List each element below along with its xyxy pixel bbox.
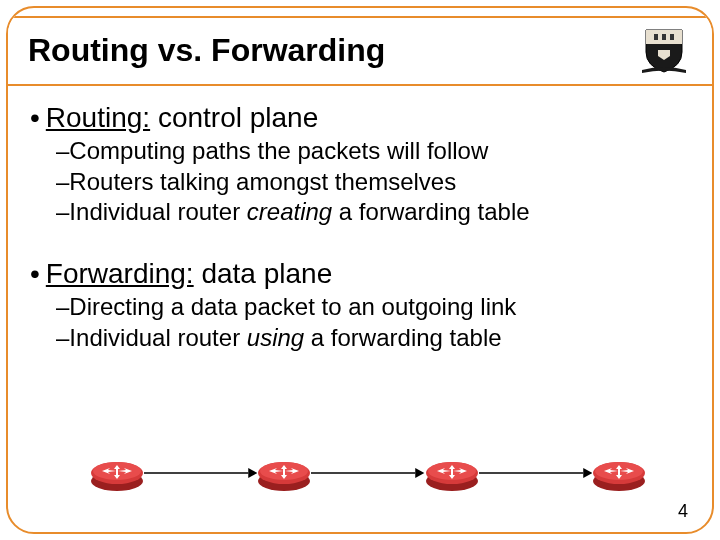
subbullet: –Individual router creating a forwarding… [56, 197, 698, 228]
dash-icon: – [56, 293, 69, 320]
dash-icon: – [56, 324, 69, 351]
router-icon [255, 453, 313, 493]
svg-rect-1 [662, 34, 666, 40]
subbullet: –Routers talking amongst themselves [56, 167, 698, 198]
arrow-right-icon [144, 472, 257, 474]
bullet-forwarding-heading: •Forwarding: data plane [30, 258, 698, 290]
subbullet-text: Directing a data packet to an outgoing l… [69, 293, 516, 320]
subbullet: –Directing a data packet to an outgoing … [56, 292, 698, 323]
slide-frame: Routing vs. Forwarding •Routing: control… [6, 6, 714, 534]
svg-rect-2 [670, 34, 674, 40]
router-icon [88, 453, 146, 493]
subbullet: –Computing paths the packets will follow [56, 136, 698, 167]
dash-icon: – [56, 198, 69, 225]
svg-rect-0 [654, 34, 658, 40]
bullet-dot-icon: • [30, 102, 40, 133]
heading-term: Forwarding: [46, 258, 194, 289]
subbullet-text-em: creating [247, 198, 332, 225]
subbullet-text-pre: Individual router [69, 198, 246, 225]
bullet-routing-heading: •Routing: control plane [30, 102, 698, 134]
subbullet-text-pre: Individual router [69, 324, 246, 351]
router-diagram [88, 446, 648, 500]
subbullet-text: Computing paths the packets will follow [69, 137, 488, 164]
subbullet: –Individual router using a forwarding ta… [56, 323, 698, 354]
router-icon [590, 453, 648, 493]
subbullet-text-post: a forwarding table [332, 198, 529, 225]
subbullet-text: Routers talking amongst themselves [69, 168, 456, 195]
princeton-shield-icon [636, 26, 692, 74]
router-icon [423, 453, 481, 493]
title-band: Routing vs. Forwarding [6, 16, 714, 86]
arrow-right-icon [311, 472, 424, 474]
heading-term: Routing: [46, 102, 150, 133]
heading-rest: control plane [150, 102, 318, 133]
subbullet-text-post: a forwarding table [304, 324, 501, 351]
arrow-right-icon [479, 472, 592, 474]
slide-title: Routing vs. Forwarding [28, 32, 385, 69]
dash-icon: – [56, 168, 69, 195]
bullet-dot-icon: • [30, 258, 40, 289]
subbullet-text-em: using [247, 324, 304, 351]
slide-body: •Routing: control plane –Computing paths… [30, 92, 698, 354]
page-number: 4 [678, 501, 688, 522]
heading-rest: data plane [194, 258, 333, 289]
dash-icon: – [56, 137, 69, 164]
